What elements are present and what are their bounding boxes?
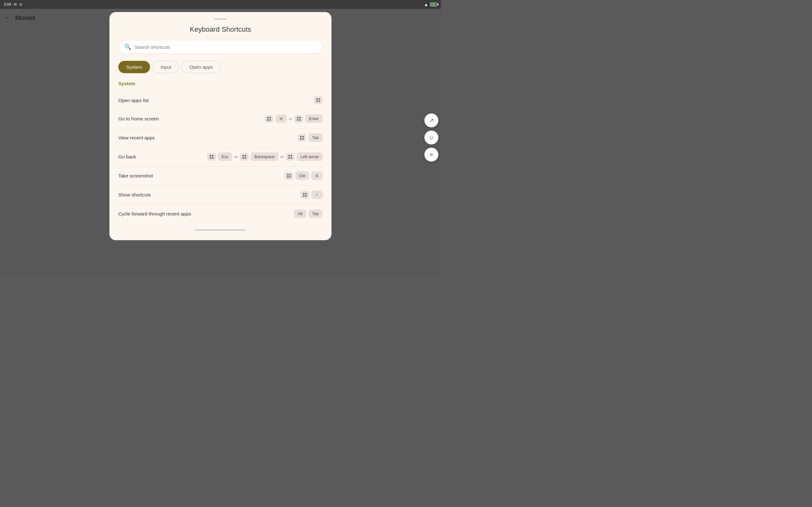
key-grid-9 bbox=[300, 191, 309, 199]
shortcut-keys-cycle-forward: Alt Tab bbox=[294, 210, 322, 218]
battery-icon bbox=[430, 3, 437, 6]
search-input[interactable] bbox=[135, 44, 316, 50]
shortcut-go-back: Go back Esc or Backspace or Left arr bbox=[118, 147, 322, 166]
modal-drag-handle[interactable] bbox=[214, 18, 227, 20]
shortcut-keys-view-recent: Tab bbox=[298, 133, 322, 142]
wifi-icon: ▲ bbox=[424, 2, 428, 7]
shortcut-go-to-home: Go to home screen H or Enter bbox=[118, 109, 322, 128]
search-icon: 🔍 bbox=[124, 43, 131, 50]
section-header: System bbox=[118, 81, 322, 86]
keyboard-shortcuts-modal: Keyboard Shortcuts 🔍 System Input Open a… bbox=[109, 12, 332, 240]
key-tab-2: Tab bbox=[308, 210, 322, 218]
shortcut-label-open-apps-list: Open apps list bbox=[118, 98, 149, 103]
shortcut-cycle-forward: Cycle forward through recent apps Alt Ta… bbox=[118, 205, 322, 223]
shortcut-keys-show-shortcuts: / bbox=[300, 190, 322, 199]
key-or-2: or bbox=[234, 154, 238, 159]
search-bar[interactable]: 🔍 bbox=[118, 40, 322, 54]
fab-container: ↗ ☺ ≡ bbox=[424, 113, 438, 162]
key-or-3: or bbox=[281, 154, 284, 159]
key-backspace: Backspace bbox=[251, 153, 278, 161]
key-tab-1: Tab bbox=[308, 133, 322, 142]
tab-bar: System Input Open apps bbox=[118, 61, 322, 73]
key-esc: Esc bbox=[218, 153, 233, 161]
key-grid-1 bbox=[314, 96, 322, 104]
time-display: 3:04 bbox=[4, 2, 11, 7]
shortcut-show-shortcuts: Show shortcuts / bbox=[118, 185, 322, 205]
key-left-arrow: Left arrow bbox=[297, 153, 322, 161]
shortcut-label-view-recent: View recent apps bbox=[118, 135, 155, 140]
tab-open-apps[interactable]: Open apps bbox=[182, 61, 220, 73]
key-grid-2 bbox=[264, 115, 273, 123]
key-grid-4 bbox=[298, 134, 306, 142]
tab-input[interactable]: Input bbox=[153, 61, 179, 73]
shortcut-take-screenshot: Take screenshot Ctrl S bbox=[118, 166, 322, 185]
key-alt: Alt bbox=[294, 210, 306, 218]
key-grid-8 bbox=[285, 172, 293, 180]
shortcut-list: Open apps list Go to home screen H or bbox=[118, 91, 322, 223]
shortcut-keys-open-apps-list bbox=[314, 96, 322, 104]
tab-system[interactable]: System bbox=[118, 61, 150, 73]
shortcut-label-go-back: Go back bbox=[118, 154, 136, 159]
shortcut-view-recent: View recent apps Tab bbox=[118, 128, 322, 147]
key-h: H bbox=[275, 114, 287, 123]
status-bar: 3:04 ✉ ⊙ ▲ bbox=[0, 0, 441, 9]
key-or-1: or bbox=[289, 116, 293, 121]
shortcut-keys-go-to-home: H or Enter bbox=[264, 114, 322, 123]
status-bar-left: 3:04 ✉ ⊙ bbox=[4, 2, 22, 7]
key-slash: / bbox=[311, 190, 322, 199]
key-grid-6 bbox=[240, 153, 249, 161]
emoji-icon: ☺ bbox=[428, 134, 434, 141]
key-ctrl: Ctrl bbox=[295, 171, 309, 180]
alarm-icon: ⊙ bbox=[19, 2, 22, 7]
expand-icon: ↗ bbox=[429, 117, 434, 124]
modal-overlay: Keyboard Shortcuts 🔍 System Input Open a… bbox=[0, 9, 441, 275]
expand-button[interactable]: ↗ bbox=[424, 113, 438, 127]
shortcut-label-take-screenshot: Take screenshot bbox=[118, 173, 153, 178]
shortcut-keys-take-screenshot: Ctrl S bbox=[285, 171, 322, 180]
shortcut-keys-go-back: Esc or Backspace or Left arrow bbox=[207, 153, 322, 161]
modal-title: Keyboard Shortcuts bbox=[118, 25, 322, 34]
shortcut-label-show-shortcuts: Show shortcuts bbox=[118, 192, 151, 198]
status-bar-right: ▲ bbox=[424, 2, 437, 7]
shortcut-label-go-to-home: Go to home screen bbox=[118, 116, 159, 121]
emoji-button[interactable]: ☺ bbox=[424, 130, 438, 145]
menu-button[interactable]: ≡ bbox=[424, 148, 438, 162]
key-grid-7 bbox=[286, 153, 295, 161]
shortcut-label-cycle-forward: Cycle forward through recent apps bbox=[118, 211, 191, 216]
key-grid-5 bbox=[207, 153, 216, 161]
email-icon: ✉ bbox=[14, 2, 17, 7]
key-enter: Enter bbox=[305, 114, 322, 123]
scroll-indicator bbox=[195, 229, 246, 231]
key-grid-3 bbox=[294, 115, 303, 123]
menu-icon: ≡ bbox=[430, 152, 433, 158]
key-s: S bbox=[311, 171, 322, 180]
shortcut-open-apps-list: Open apps list bbox=[118, 91, 322, 109]
